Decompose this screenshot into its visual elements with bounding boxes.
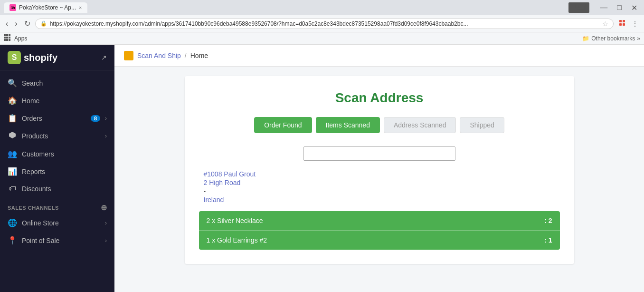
tab-close-button[interactable]: ×	[79, 5, 82, 10]
scan-input-wrap	[199, 146, 560, 161]
item-name: 2 x Silver Necklace	[207, 217, 263, 224]
bookmark-icon[interactable]: ☆	[602, 20, 608, 28]
chevron-right-icon: ›	[105, 115, 107, 122]
scan-card: Scan Address Order Found Items Scanned A…	[185, 76, 574, 264]
extensions-button[interactable]	[616, 18, 628, 29]
chevron-right-icon: ›	[105, 237, 107, 244]
sidebar-item-search[interactable]: 🔍 Search	[0, 74, 114, 92]
sidebar-item-label: Home	[22, 97, 107, 105]
other-bookmarks: 📁 Other bookmarks »	[582, 35, 640, 42]
point-of-sale-icon: 📍	[8, 236, 17, 245]
items-list: 2 x Silver Necklace : 2 1 x Gold Earring…	[199, 211, 560, 250]
step-order-found[interactable]: Order Found	[254, 117, 312, 133]
sales-channels-label: SALES CHANNELS	[8, 205, 59, 211]
orders-icon: 📋	[8, 114, 17, 123]
minimize-button[interactable]: —	[597, 2, 610, 13]
scan-input[interactable]	[303, 146, 455, 161]
sidebar-item-label: Discounts	[22, 185, 107, 193]
svg-rect-7	[4, 37, 6, 39]
apps-grid-icon	[4, 34, 10, 42]
address-bar[interactable]: 🔒 https://pokayokestore.myshopify.com/ad…	[35, 19, 614, 29]
customers-icon: 👥	[8, 149, 17, 158]
toolbar-actions: ⋮	[616, 18, 640, 29]
svg-rect-1	[623, 20, 625, 22]
sidebar: S shopify ↗ 🔍 Search 🏠 Home 📋 Orders 8 ›	[0, 45, 114, 292]
browser-chrome: 🛍 PokaYokeStore ~ Ap... × Paul — □ ✕ ‹ ›…	[0, 0, 644, 45]
reload-button[interactable]: ↻	[22, 18, 32, 29]
sidebar-item-label: Customers	[22, 150, 107, 158]
order-link[interactable]: #1008 Paul Grout	[204, 170, 560, 178]
item-row: 1 x Gold Earrings #2 : 1	[199, 230, 560, 250]
orders-badge: 8	[91, 115, 100, 122]
step-shipped[interactable]: Shipped	[460, 117, 504, 133]
shopify-logo-text: shopify	[24, 52, 57, 63]
other-bookmarks-label: Other bookmarks	[591, 35, 635, 42]
breadcrumb-current: Home	[190, 52, 208, 59]
address-info: #1008 Paul Grout 2 High Road - Ireland	[199, 170, 560, 204]
svg-marker-13	[9, 132, 16, 138]
shopify-logo: S shopify	[8, 51, 57, 64]
add-channel-icon[interactable]: ⊕	[101, 203, 107, 212]
forward-button[interactable]: ›	[13, 19, 19, 29]
browser-toolbar: ‹ › ↻ 🔒 https://pokayokestore.myshopify.…	[0, 15, 644, 32]
bookmarks-bar: Apps 📁 Other bookmarks »	[0, 32, 644, 45]
maximize-button[interactable]: □	[614, 2, 625, 13]
sidebar-item-label: Online Store	[22, 219, 100, 227]
back-button[interactable]: ‹	[4, 19, 10, 29]
sidebar-nav: 🔍 Search 🏠 Home 📋 Orders 8 › Products ›	[0, 70, 114, 292]
title-bar: 🛍 PokaYokeStore ~ Ap... × Paul — □ ✕	[0, 0, 644, 15]
browser-tab[interactable]: 🛍 PokaYokeStore ~ Ap... ×	[4, 2, 87, 13]
sidebar-logo: S shopify ↗	[0, 45, 114, 70]
item-count: : 1	[544, 236, 552, 244]
breadcrumb-app-link[interactable]: Scan And Ship	[137, 52, 181, 59]
external-link-icon[interactable]: ↗	[101, 54, 107, 61]
svg-rect-3	[623, 23, 625, 26]
street-line: 2 High Road	[204, 179, 560, 186]
breadcrumb: Scan And Ship / Home	[114, 45, 644, 67]
chevron-right-icon: ›	[105, 133, 107, 139]
online-store-icon: 🌐	[8, 218, 17, 227]
svg-rect-0	[619, 20, 622, 22]
item-name: 1 x Gold Earrings #2	[207, 236, 267, 244]
country-line: Ireland	[204, 196, 560, 204]
item-count: : 2	[544, 217, 552, 224]
svg-rect-6	[9, 34, 10, 36]
scan-title: Scan Address	[199, 90, 560, 106]
sidebar-item-label: Orders	[22, 115, 86, 122]
sidebar-item-online-store[interactable]: 🌐 Online Store ›	[0, 214, 114, 232]
sidebar-item-home[interactable]: 🏠 Home	[0, 92, 114, 109]
sidebar-item-reports[interactable]: 📊 Reports	[0, 163, 114, 180]
sidebar-item-products[interactable]: Products ›	[0, 127, 114, 145]
step-address-scanned[interactable]: Address Scanned	[384, 117, 456, 133]
sidebar-item-discounts[interactable]: 🏷 Discounts	[0, 180, 114, 197]
folder-icon: 📁	[582, 35, 589, 42]
svg-rect-8	[6, 37, 8, 39]
user-badge: Paul	[568, 2, 589, 13]
close-button[interactable]: ✕	[628, 2, 640, 13]
sidebar-item-point-of-sale[interactable]: 📍 Point of Sale ›	[0, 232, 114, 249]
address-line3: -	[204, 187, 560, 195]
sidebar-item-orders[interactable]: 📋 Orders 8 ›	[0, 109, 114, 127]
svg-rect-12	[9, 39, 10, 41]
step-items-scanned[interactable]: Items Scanned	[316, 117, 380, 133]
address-text: https://pokayokestore.myshopify.com/admi…	[50, 20, 599, 27]
content-area: Scan Address Order Found Items Scanned A…	[114, 67, 644, 273]
bookmarks-chevron: »	[637, 35, 640, 42]
svg-rect-4	[4, 34, 6, 36]
svg-rect-2	[619, 23, 622, 26]
apps-label: Apps	[14, 35, 27, 42]
sidebar-item-label: Reports	[22, 168, 107, 175]
chevron-right-icon: ›	[105, 220, 107, 226]
search-icon: 🔍	[8, 78, 17, 88]
sidebar-item-label: Products	[22, 132, 100, 140]
tab-favicon: 🛍	[9, 4, 16, 11]
tab-label: PokaYokeStore ~ Ap...	[19, 4, 76, 11]
svg-rect-5	[6, 34, 8, 36]
sidebar-item-customers[interactable]: 👥 Customers	[0, 145, 114, 163]
home-icon: 🏠	[8, 96, 17, 105]
sidebar-item-label: Search	[22, 79, 107, 87]
lock-icon: 🔒	[40, 20, 47, 27]
menu-button[interactable]: ⋮	[630, 18, 640, 29]
svg-rect-9	[9, 37, 10, 39]
item-row: 2 x Silver Necklace : 2	[199, 211, 560, 230]
